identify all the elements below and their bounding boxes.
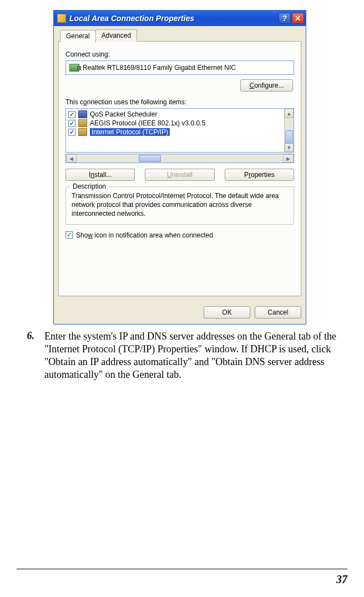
- list-item-selected[interactable]: Internet Protocol (TCP/IP): [66, 128, 294, 136]
- dialog-button-row: OK Cancel: [54, 301, 306, 324]
- adapter-field[interactable]: Realtek RTL8169/8110 Family Gigabit Ethe…: [65, 60, 294, 75]
- items-listbox[interactable]: QoS Packet Scheduler AEGIS Protocol (IEE…: [65, 108, 294, 153]
- item-label: AEGIS Protocol (IEEE 802.1x) v3.0.0.5: [90, 119, 205, 127]
- tab-panel-general: Connect using: Realtek RTL8169/8110 Fami…: [58, 41, 301, 296]
- protocol-icon: [78, 128, 87, 136]
- item-label: QoS Packet Scheduler: [90, 110, 157, 118]
- close-button[interactable]: ✕: [292, 13, 304, 24]
- scroll-thumb[interactable]: [285, 130, 293, 144]
- vertical-scrollbar[interactable]: ▲ ▼: [284, 109, 294, 152]
- instruction-step: 6. Enter the system's IP and DNS server …: [19, 330, 336, 381]
- step-number: 6.: [19, 330, 34, 381]
- connection-properties-dialog: Local Area Connection Properties ? ✕ Gen…: [53, 10, 306, 325]
- description-group: Description Transmission Control Protoco…: [65, 186, 294, 225]
- tab-advanced[interactable]: Advanced: [95, 29, 137, 42]
- list-item[interactable]: QoS Packet Scheduler: [66, 110, 294, 119]
- checkbox-icon[interactable]: [68, 129, 75, 136]
- ok-button[interactable]: OK: [204, 306, 250, 318]
- description-text: Transmission Control Protocol/Internet P…: [72, 191, 288, 219]
- titlebar: Local Area Connection Properties ? ✕: [54, 11, 306, 26]
- help-button[interactable]: ?: [279, 13, 291, 24]
- checkbox-icon[interactable]: [65, 231, 73, 239]
- cancel-button[interactable]: Cancel: [255, 306, 301, 318]
- step-text: Enter the system's IP and DNS server add…: [44, 330, 336, 381]
- footer-divider: [17, 569, 347, 569]
- show-icon-label: Show icon in notification area when conn…: [76, 231, 213, 239]
- window-icon: [57, 14, 66, 23]
- nic-icon: [69, 64, 79, 72]
- item-label: Internet Protocol (TCP/IP): [90, 128, 170, 136]
- description-legend: Description: [70, 183, 108, 190]
- checkbox-icon[interactable]: [68, 111, 75, 118]
- scroll-right-icon[interactable]: ▶: [283, 154, 294, 163]
- hscroll-track[interactable]: [77, 154, 283, 163]
- page-number: 37: [336, 573, 347, 586]
- scroll-down-icon[interactable]: ▼: [285, 143, 294, 152]
- tab-general[interactable]: General: [60, 30, 96, 42]
- scroll-up-icon[interactable]: ▲: [285, 109, 294, 118]
- show-icon-checkbox-row[interactable]: Show icon in notification area when conn…: [65, 231, 294, 239]
- horizontal-scrollbar[interactable]: ◀ ▶: [65, 154, 294, 163]
- scroll-left-icon[interactable]: ◀: [66, 154, 77, 163]
- protocol-icon: [78, 119, 87, 127]
- uninstall-button: Uninstall: [145, 169, 214, 181]
- install-button[interactable]: Install...: [65, 169, 135, 181]
- configure-button[interactable]: Configure...: [240, 79, 293, 92]
- scroll-track[interactable]: [285, 118, 294, 143]
- items-label: This connection uses the following items…: [65, 98, 294, 106]
- hscroll-thumb[interactable]: [139, 155, 161, 162]
- adapter-name: Realtek RTL8169/8110 Family Gigabit Ethe…: [83, 64, 236, 72]
- window-title: Local Area Connection Properties: [69, 14, 279, 23]
- properties-button[interactable]: Properties: [225, 169, 294, 181]
- service-icon: [78, 110, 87, 118]
- connect-using-label: Connect using:: [65, 50, 294, 58]
- checkbox-icon[interactable]: [68, 120, 75, 127]
- list-item[interactable]: AEGIS Protocol (IEEE 802.1x) v3.0.0.5: [66, 119, 294, 128]
- tab-strip: General Advanced: [60, 29, 301, 42]
